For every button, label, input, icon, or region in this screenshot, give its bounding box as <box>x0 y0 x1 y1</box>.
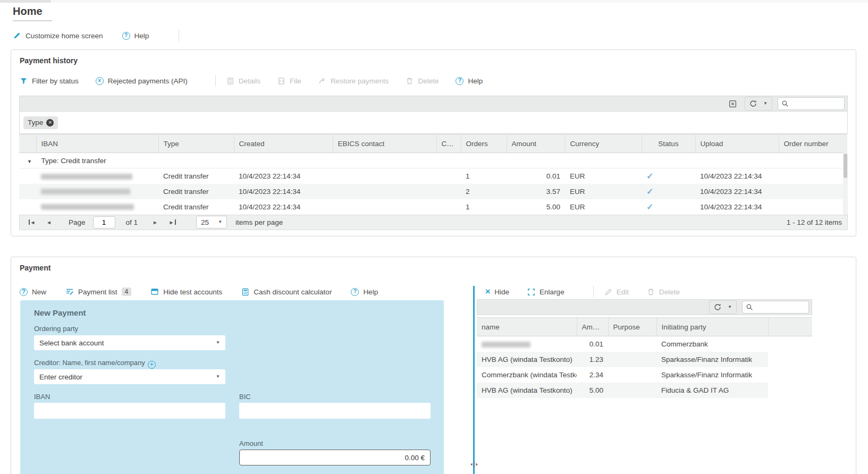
table-row[interactable]: Credit transfer 10/4/2023 22:14:34 2 3.5… <box>19 184 847 199</box>
bic-input[interactable] <box>239 403 431 419</box>
enlarge-button[interactable]: Enlarge <box>527 288 564 296</box>
grid-search <box>778 97 845 110</box>
collapse-group-icon[interactable] <box>27 159 32 164</box>
table-scrollbar[interactable] <box>843 153 848 215</box>
status-check-icon <box>646 187 653 196</box>
rejected-icon <box>96 77 104 85</box>
delete-button[interactable]: Delete <box>406 77 439 85</box>
cash-discount-calculator-button[interactable]: Cash discount calculator <box>241 288 332 296</box>
payment-history-help-button[interactable]: Help <box>456 77 483 85</box>
next-page-button[interactable] <box>148 216 162 228</box>
page-number-input[interactable] <box>93 216 115 228</box>
column-order-number[interactable]: Order number <box>779 134 847 153</box>
new-payment-form-title: New Payment <box>34 308 86 317</box>
refresh-options-button[interactable] <box>760 97 771 110</box>
column-type[interactable]: Type <box>158 134 234 153</box>
chevron-down-icon <box>216 375 220 379</box>
column-orders[interactable]: Orders <box>461 134 507 153</box>
payment-list-button[interactable]: Payment list 4 <box>65 287 131 296</box>
page-of-label: of 1 <box>126 218 138 226</box>
cell-initiating: Sparkasse/Finanz Informatik <box>656 352 768 367</box>
restore-payments-label: Restore payments <box>331 77 389 85</box>
hide-button[interactable]: Hide <box>485 287 509 296</box>
add-creditor-icon[interactable] <box>148 361 156 369</box>
group-row-label: Type: Credit transfer <box>41 157 106 165</box>
refresh-button-group <box>709 300 737 314</box>
chevron-down-icon <box>216 341 220 345</box>
group-chip-type[interactable]: Type <box>23 116 58 129</box>
home-toolbar: Customize home screen Help <box>13 29 190 43</box>
file-label: File <box>290 77 301 85</box>
cash-discount-calculator-label: Cash discount calculator <box>254 288 332 296</box>
filter-icon <box>20 77 28 85</box>
payment-help-button[interactable]: Help <box>351 288 378 296</box>
file-button[interactable]: File <box>277 77 301 85</box>
table-row[interactable]: Credit transfer 10/4/2023 22:14:34 1 5.0… <box>19 199 847 215</box>
cell-amount: 2.34 <box>577 367 608 383</box>
page-title: Home <box>13 5 43 18</box>
payment-help-label: Help <box>363 288 378 296</box>
refresh-options-button[interactable] <box>724 301 735 314</box>
ordering-party-select[interactable]: Select bank account <box>34 335 225 350</box>
cell-amount: 1.23 <box>577 352 608 367</box>
payment-list-toolbar: Hide Enlarge Edit Delete <box>485 285 698 299</box>
group-row-credit-transfer[interactable]: Type: Credit transfer <box>19 153 847 168</box>
table-row[interactable]: HVB AG (windata Testkonto) 5.00 Fiducia … <box>477 383 812 398</box>
new-payment-button[interactable]: New <box>20 288 46 296</box>
browser-top-strip <box>0 0 868 3</box>
last-page-button[interactable] <box>165 216 179 228</box>
column-created[interactable]: Created <box>234 134 333 153</box>
refresh-button[interactable] <box>711 301 724 314</box>
creditor-select[interactable]: Enter creditor <box>34 369 225 384</box>
search-input[interactable] <box>755 303 805 312</box>
iban-input[interactable] <box>34 403 225 419</box>
details-button[interactable]: Details <box>226 77 260 85</box>
column-filler <box>768 318 812 336</box>
pager: Page of 1 25 items per page 1 - 12 of 12… <box>19 215 848 230</box>
cell-currency: EUR <box>565 168 642 184</box>
column-initiating-party[interactable]: Initiating party <box>656 318 768 336</box>
panel-splitter[interactable] <box>473 286 475 474</box>
search-input[interactable] <box>791 99 841 108</box>
column-amount[interactable]: Amount <box>507 134 565 153</box>
column-iban[interactable]: IBAN <box>36 134 158 153</box>
column-amount[interactable]: Amount <box>577 318 608 336</box>
close-icon[interactable] <box>46 119 54 126</box>
cell-amount: 3.57 <box>507 184 565 199</box>
column-purpose[interactable]: Purpose <box>608 318 656 336</box>
amount-input[interactable] <box>239 450 431 465</box>
column-currency[interactable]: Currency <box>565 134 642 153</box>
cell-purpose <box>608 383 656 398</box>
cell-name-redacted <box>477 336 577 352</box>
column-status[interactable]: Status <box>642 134 695 153</box>
column-name[interactable]: name <box>477 318 577 336</box>
rejected-payments-button[interactable]: Rejected payments (API) <box>96 77 188 85</box>
delete-payment-button[interactable]: Delete <box>647 288 680 296</box>
restore-payments-button[interactable]: Restore payments <box>318 77 389 85</box>
customize-home-screen-button[interactable]: Customize home screen <box>13 31 103 40</box>
table-row[interactable]: 0.01 Commerzbank <box>477 336 812 352</box>
column-upload[interactable]: Upload <box>695 134 779 153</box>
refresh-button[interactable] <box>746 97 760 110</box>
home-help-button[interactable]: Help <box>122 32 149 40</box>
table-row[interactable]: Credit transfer 10/4/2023 22:14:34 1 0.0… <box>19 168 847 184</box>
filter-by-status-button[interactable]: Filter by status <box>20 77 79 85</box>
column-contact[interactable]: Conta... <box>436 134 461 153</box>
close-icon <box>485 287 490 296</box>
hide-test-accounts-button[interactable]: Hide test accounts <box>150 287 222 296</box>
help-icon <box>122 32 130 40</box>
header-row: IBAN Type Created EBICS contact Conta...… <box>19 134 847 153</box>
cell-currency: EUR <box>565 184 642 199</box>
page-size-select[interactable]: 25 <box>196 216 227 228</box>
refresh-button-group <box>745 97 772 111</box>
excel-export-button[interactable] <box>726 97 739 110</box>
column-ebics-contact[interactable]: EBICS contact <box>333 134 436 153</box>
previous-page-button[interactable] <box>42 216 56 228</box>
edit-button[interactable]: Edit <box>604 288 629 296</box>
cell-contact <box>436 184 461 199</box>
table-row[interactable]: HVB AG (windata Testkonto) 1.23 Sparkass… <box>477 352 812 367</box>
first-page-button[interactable] <box>25 216 39 228</box>
creditor-value: Enter creditor <box>39 373 82 381</box>
grid-toolbar <box>19 96 848 112</box>
table-row[interactable]: Commerzbank (windata Testkonto) 2.34 Spa… <box>477 367 812 383</box>
